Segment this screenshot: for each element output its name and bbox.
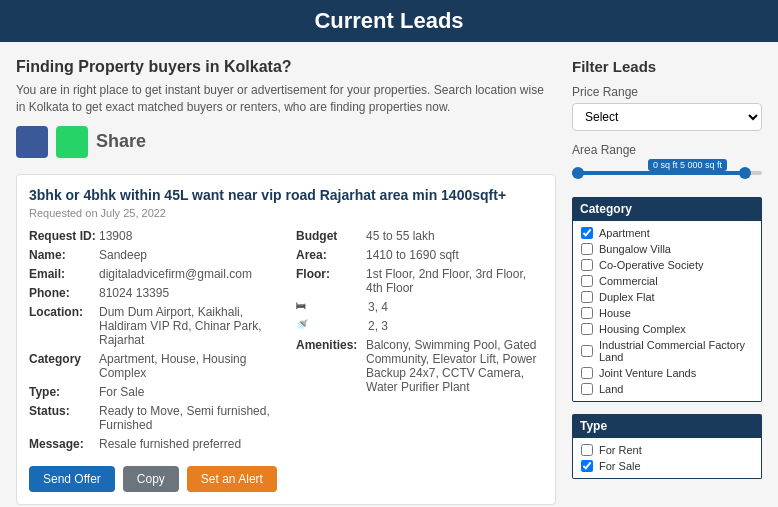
type-label-1: For Sale bbox=[599, 460, 641, 472]
price-range-select[interactable]: Select bbox=[572, 103, 762, 131]
category-checkbox-0[interactable] bbox=[581, 227, 593, 239]
range-thumb-right[interactable] bbox=[739, 167, 751, 179]
bed-icon: 🛏 bbox=[296, 300, 366, 314]
type-label-0: For Rent bbox=[599, 444, 642, 456]
category-label-0: Apartment bbox=[599, 227, 650, 239]
detail-floor: Floor: 1st Floor, 2nd Floor, 3rd Floor, … bbox=[296, 267, 543, 295]
set-alert-button[interactable]: Set an Alert bbox=[187, 466, 277, 492]
range-fill bbox=[572, 171, 743, 175]
area-range-label: Area Range bbox=[572, 143, 762, 157]
detail-request-id: Request ID: 13908 bbox=[29, 229, 276, 243]
message-label: Message: bbox=[29, 437, 99, 451]
type-item: For Rent bbox=[581, 442, 753, 458]
range-badge: 0 sq ft 5 000 sq ft bbox=[648, 159, 727, 171]
bath-value: 2, 3 bbox=[368, 319, 388, 333]
detail-message: Message: Resale furnished preferred bbox=[29, 437, 276, 451]
category-label-9: Land bbox=[599, 383, 623, 395]
category-checkbox-4[interactable] bbox=[581, 291, 593, 303]
category-checkbox-2[interactable] bbox=[581, 259, 593, 271]
category-list: ApartmentBungalow VillaCo-Operative Soci… bbox=[572, 221, 762, 402]
location-label: Location: bbox=[29, 305, 99, 347]
lead-1-right-col: Budget 45 to 55 lakh Area: 1410 to 1690 … bbox=[296, 229, 543, 456]
share-label: Share bbox=[96, 131, 146, 152]
category-item: Housing Complex bbox=[581, 321, 753, 337]
send-offer-button[interactable]: Send Offer bbox=[29, 466, 115, 492]
content-area: Finding Property buyers in Kolkata? You … bbox=[16, 58, 556, 507]
category-filter-header: Category bbox=[572, 197, 762, 221]
type-checkbox-1[interactable] bbox=[581, 460, 593, 472]
sidebar: Filter Leads Price Range Select Area Ran… bbox=[572, 58, 762, 507]
category-checkbox-7[interactable] bbox=[581, 345, 593, 357]
bath-icon: 🚿 bbox=[296, 319, 366, 333]
category-label-1: Bungalow Villa bbox=[599, 243, 671, 255]
bed-value: 3, 4 bbox=[368, 300, 388, 314]
category-item: Commercial bbox=[581, 273, 753, 289]
copy-button[interactable]: Copy bbox=[123, 466, 179, 492]
request-id-label: Request ID: bbox=[29, 229, 99, 243]
detail-location: Location: Dum Dum Airport, Kaikhali, Hal… bbox=[29, 305, 276, 347]
range-thumb-left[interactable] bbox=[572, 167, 584, 179]
detail-area: Area: 1410 to 1690 sqft bbox=[296, 248, 543, 262]
category-checkbox-6[interactable] bbox=[581, 323, 593, 335]
email-label: Email: bbox=[29, 267, 99, 281]
detail-type: Type: For Sale bbox=[29, 385, 276, 399]
type-list: For RentFor Sale bbox=[572, 438, 762, 479]
category-label: Category bbox=[29, 352, 99, 380]
detail-budget: Budget 45 to 55 lakh bbox=[296, 229, 543, 243]
facebook-share-button[interactable] bbox=[16, 126, 48, 158]
filter-header: Filter Leads bbox=[572, 58, 762, 75]
category-label-2: Co-Operative Society bbox=[599, 259, 704, 271]
category-checkbox-9[interactable] bbox=[581, 383, 593, 395]
category-item: Apartment bbox=[581, 225, 753, 241]
lead-1-left-col: Request ID: 13908 Name: Sandeep Email: d… bbox=[29, 229, 276, 456]
type-item: For Sale bbox=[581, 458, 753, 474]
status-value: Ready to Move, Semi furnished, Furnished bbox=[99, 404, 276, 432]
category-value: Apartment, House, Housing Complex bbox=[99, 352, 276, 380]
amenities-value: Balcony, Swimming Pool, Gated Community,… bbox=[366, 338, 543, 394]
category-checkbox-8[interactable] bbox=[581, 367, 593, 379]
lead-card-1: 3bhk or 4bhk within 45L want near vip ro… bbox=[16, 174, 556, 505]
category-label-3: Commercial bbox=[599, 275, 658, 287]
phone-value: 81024 13395 bbox=[99, 286, 169, 300]
category-item: Land bbox=[581, 381, 753, 397]
name-value: Sandeep bbox=[99, 248, 147, 262]
category-label-6: Housing Complex bbox=[599, 323, 686, 335]
category-label-7: Industrial Commercial Factory Land bbox=[599, 339, 753, 363]
email-value: digitaladvicefirm@gmail.com bbox=[99, 267, 252, 281]
page-title: Current Leads bbox=[314, 8, 463, 33]
intro-section: Finding Property buyers in Kolkata? You … bbox=[16, 58, 556, 158]
detail-status: Status: Ready to Move, Semi furnished, F… bbox=[29, 404, 276, 432]
share-buttons: Share bbox=[16, 126, 556, 158]
name-label: Name: bbox=[29, 248, 99, 262]
floor-value: 1st Floor, 2nd Floor, 3rd Floor, 4th Flo… bbox=[366, 267, 543, 295]
detail-name: Name: Sandeep bbox=[29, 248, 276, 262]
intro-heading: Finding Property buyers in Kolkata? bbox=[16, 58, 556, 76]
category-checkbox-3[interactable] bbox=[581, 275, 593, 287]
lead-1-details: Request ID: 13908 Name: Sandeep Email: d… bbox=[29, 229, 543, 456]
type-value: For Sale bbox=[99, 385, 144, 399]
area-range-section: Area Range 0 sq ft 5 000 sq ft bbox=[572, 143, 762, 185]
detail-bed: 🛏 3, 4 bbox=[296, 300, 543, 314]
floor-label: Floor: bbox=[296, 267, 366, 295]
request-id-value: 13908 bbox=[99, 229, 132, 243]
budget-label: Budget bbox=[296, 229, 366, 243]
whatsapp-share-button[interactable] bbox=[56, 126, 88, 158]
category-item: Co-Operative Society bbox=[581, 257, 753, 273]
area-label: Area: bbox=[296, 248, 366, 262]
lead-1-actions: Send Offer Copy Set an Alert bbox=[29, 466, 543, 492]
intro-description: You are in right place to get instant bu… bbox=[16, 82, 556, 116]
lead-1-title: 3bhk or 4bhk within 45L want near vip ro… bbox=[29, 187, 543, 203]
type-filter-header: Type bbox=[572, 414, 762, 438]
status-label: Status: bbox=[29, 404, 99, 432]
detail-email: Email: digitaladvicefirm@gmail.com bbox=[29, 267, 276, 281]
category-item: Bungalow Villa bbox=[581, 241, 753, 257]
type-checkbox-0[interactable] bbox=[581, 444, 593, 456]
category-filter-section: Category ApartmentBungalow VillaCo-Opera… bbox=[572, 197, 762, 402]
type-label: Type: bbox=[29, 385, 99, 399]
area-range-slider[interactable]: 0 sq ft 5 000 sq ft bbox=[572, 161, 762, 185]
category-item: Industrial Commercial Factory Land bbox=[581, 337, 753, 365]
area-value: 1410 to 1690 sqft bbox=[366, 248, 459, 262]
category-checkbox-1[interactable] bbox=[581, 243, 593, 255]
lead-1-date: Requested on July 25, 2022 bbox=[29, 207, 543, 219]
category-checkbox-5[interactable] bbox=[581, 307, 593, 319]
